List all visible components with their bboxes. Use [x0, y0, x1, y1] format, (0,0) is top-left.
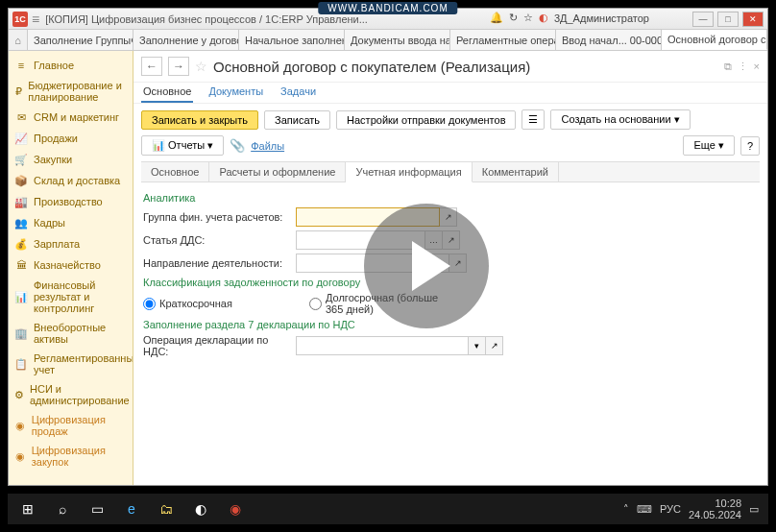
- group-debt-class: Классификация задолженности по договору: [143, 277, 758, 288]
- dds-input[interactable]: [296, 230, 425, 250]
- page-title: Основной договор с покупателем (Реализац…: [213, 59, 530, 75]
- direction-input[interactable]: [296, 254, 449, 273]
- sidebar-item[interactable]: 💰Зарплата: [9, 233, 133, 254]
- open-icon[interactable]: ↗: [443, 230, 460, 250]
- radio-short[interactable]: Краткосрочная: [143, 298, 292, 310]
- help-button[interactable]: ?: [740, 136, 760, 156]
- sidebar-item[interactable]: ≡Главное: [9, 55, 133, 76]
- sidebar-item[interactable]: 📦Склад и доставка: [9, 170, 133, 191]
- taskview-icon[interactable]: ▭: [81, 496, 113, 522]
- people-icon: 👥: [14, 216, 28, 230]
- sidebar-item[interactable]: 👥Кадры: [9, 212, 133, 233]
- panel-close-icon[interactable]: ×: [754, 60, 760, 72]
- reports-button[interactable]: 📊 Отчеты ▾: [141, 135, 224, 156]
- money-icon: 💰: [14, 237, 28, 251]
- tab[interactable]: Ввод начал... 00-00000005×: [556, 30, 662, 50]
- ie-icon[interactable]: e: [115, 496, 148, 522]
- circle-icon: ◉: [14, 419, 26, 432]
- sidebar-item[interactable]: 🏭Производство: [9, 191, 133, 212]
- radio-long-input[interactable]: [309, 298, 322, 310]
- send-settings-button[interactable]: Настройки отправки документов: [336, 110, 516, 130]
- sidebar-item[interactable]: 📈Продажи: [9, 128, 133, 149]
- search-icon[interactable]: ⌕: [46, 496, 79, 522]
- list-button[interactable]: ☰: [521, 109, 545, 130]
- sectab-calc[interactable]: Расчеты и оформление: [209, 162, 346, 181]
- history-icon[interactable]: ↻: [509, 12, 518, 24]
- app-icon: 1C: [12, 12, 28, 27]
- maximize-button[interactable]: □: [717, 12, 739, 27]
- sidebar-item[interactable]: 📊Финансовый результат и контроллинг: [9, 276, 133, 318]
- sidebar-item[interactable]: ◉Цифровизация закупок: [9, 441, 133, 472]
- keyboard-icon[interactable]: ⌨: [637, 503, 652, 516]
- open-icon[interactable]: ↗: [449, 254, 467, 273]
- app-taskbar-icon[interactable]: ◉: [219, 496, 252, 522]
- files-link[interactable]: Файлы: [251, 140, 284, 152]
- tab[interactable]: Регламентные операции ...×: [450, 30, 556, 50]
- radio-short-input[interactable]: [143, 298, 156, 310]
- fin-group-input[interactable]: [296, 207, 440, 227]
- sidebar-item[interactable]: 📋Регламентированный учет: [9, 349, 133, 379]
- list-icon: ≡: [14, 59, 28, 72]
- tray-up-icon[interactable]: ˄: [623, 503, 629, 516]
- gear-icon: ⚙: [14, 388, 24, 401]
- tab[interactable]: Начальное заполнение ...×: [239, 30, 345, 50]
- form-area: Аналитика Группа фин. учета расчетов: ↗ …: [133, 182, 767, 367]
- sales-icon: 📈: [14, 132, 28, 145]
- notifications-icon[interactable]: ▭: [749, 503, 759, 516]
- forward-button[interactable]: →: [168, 57, 189, 76]
- more-button[interactable]: Еще ▾: [683, 135, 734, 156]
- clock[interactable]: 10:28 24.05.2024: [689, 497, 741, 520]
- select-icon[interactable]: …: [425, 230, 443, 250]
- home-tab[interactable]: ⌂: [9, 30, 28, 50]
- start-button[interactable]: ⊞: [12, 496, 44, 522]
- tab[interactable]: Документы ввода начал...×: [345, 30, 450, 50]
- sectab-accounting[interactable]: Учетная информация: [346, 162, 472, 182]
- sidebar-item[interactable]: ✉CRM и маркетинг: [9, 107, 133, 128]
- taskbar: ⊞ ⌕ ▭ e 🗂 ◐ ◉ ˄ ⌨ РУС 10:28 24.05.2024 ▭: [8, 494, 768, 524]
- subtab-documents[interactable]: Документы: [206, 82, 265, 103]
- radio-long[interactable]: Долгосрочная (больше 365 дней): [309, 292, 458, 315]
- paperclip-icon: 📎: [230, 138, 245, 153]
- sectab-main[interactable]: Основное: [141, 162, 209, 181]
- back-button[interactable]: ←: [141, 57, 162, 76]
- sidebar-item[interactable]: ₽Бюджетирование и планирование: [9, 76, 133, 107]
- unpin-icon[interactable]: ⧉: [724, 60, 732, 73]
- top-meta: 🔔 ↻ ☆ ◐ 3Д_Администратор: [487, 9, 652, 27]
- group-vat7: Заполнение раздела 7 декларации по НДС: [143, 319, 758, 330]
- chrome-icon[interactable]: ◐: [539, 12, 548, 24]
- sidebar-item[interactable]: 🏛Казначейство: [9, 254, 133, 276]
- label-dds: Статья ДДС:: [143, 234, 292, 246]
- menu-icon[interactable]: ≡: [32, 12, 39, 27]
- open-icon[interactable]: ↗: [440, 207, 457, 227]
- subtab-tasks[interactable]: Задачи: [279, 82, 318, 103]
- favorite-icon[interactable]: ☆: [195, 59, 207, 74]
- chart-icon: 📊: [14, 290, 28, 303]
- star-icon[interactable]: ☆: [523, 12, 533, 24]
- sidebar-item[interactable]: ⚙НСИ и администрирование: [9, 379, 133, 410]
- lang-indicator[interactable]: РУС: [660, 503, 681, 515]
- tab-active[interactable]: Основной договор с пок...×: [662, 30, 767, 50]
- open-icon[interactable]: ↗: [486, 336, 503, 355]
- bell-icon[interactable]: 🔔: [490, 12, 503, 24]
- ellipsis-icon[interactable]: ⋮: [738, 60, 748, 73]
- content-header: ← → ☆ Основной договор с покупателем (Ре…: [133, 51, 767, 83]
- factory-icon: 🏭: [14, 195, 28, 208]
- save-close-button[interactable]: Записать и закрыть: [141, 110, 258, 130]
- create-based-button[interactable]: Создать на основании ▾: [550, 109, 690, 130]
- dropdown-icon[interactable]: ▾: [469, 336, 486, 355]
- chrome-icon[interactable]: ◐: [184, 496, 217, 522]
- tab[interactable]: Заполнение у договоров...×: [133, 30, 239, 50]
- sidebar: ≡Главное ₽Бюджетирование и планирование …: [9, 51, 133, 485]
- save-button[interactable]: Записать: [264, 110, 330, 130]
- sidebar-item[interactable]: 🛒Закупки: [9, 149, 133, 170]
- tab[interactable]: Заполнение ГруппыФУ Н...×: [28, 30, 133, 50]
- minimize-button[interactable]: —: [692, 12, 714, 27]
- section-tabs: Основное Расчеты и оформление Учетная ин…: [141, 161, 760, 182]
- vat-op-input[interactable]: [296, 336, 469, 355]
- sidebar-item[interactable]: 🏢Внеоборотные активы: [9, 318, 133, 349]
- close-button[interactable]: ✕: [742, 12, 764, 27]
- subtab-main[interactable]: Основное: [141, 82, 193, 103]
- explorer-icon[interactable]: 🗂: [150, 496, 182, 522]
- sectab-comment[interactable]: Комментарий: [473, 162, 559, 181]
- sidebar-item[interactable]: ◉Цифровизация продаж: [9, 410, 133, 441]
